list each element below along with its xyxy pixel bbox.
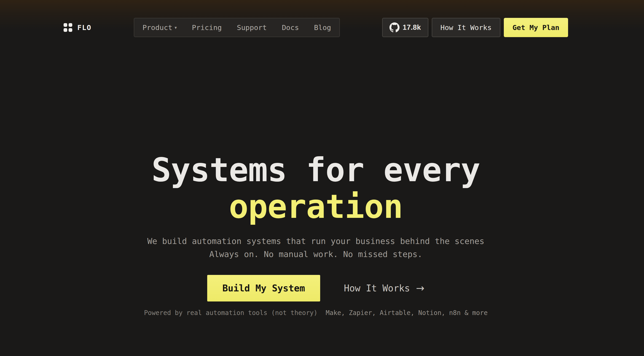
hero-subtitle-line1: We build automation systems that run you… [147, 236, 484, 246]
arrow-right-icon: → [416, 283, 424, 293]
how-it-works-link[interactable]: How It Works → [344, 283, 424, 293]
page-background: FLO Product ▾ Pricing Support Docs Blog [0, 0, 644, 356]
footnote-right: Make, Zapier, Airtable, Notion, n8n & mo… [326, 309, 488, 317]
hero-title-line1: Systems for every [152, 151, 480, 189]
cta-row: Build My System How It Works → [0, 275, 632, 301]
hero-section: Systems for every operation We build aut… [0, 0, 632, 356]
hero-subtitle-line2: Always on. No manual work. No missed ste… [209, 249, 422, 259]
hero-subtitle: We build automation systems that run you… [0, 235, 632, 261]
hero-footnote: Powered by real automation tools (not th… [0, 308, 632, 317]
build-my-system-button[interactable]: Build My System [207, 275, 320, 301]
hero-title-line2-accent: operation [229, 188, 403, 225]
how-it-works-link-label: How It Works [344, 283, 410, 293]
hero-title: Systems for every operation [0, 152, 632, 225]
footnote-left: Powered by real automation tools (not th… [144, 309, 318, 317]
